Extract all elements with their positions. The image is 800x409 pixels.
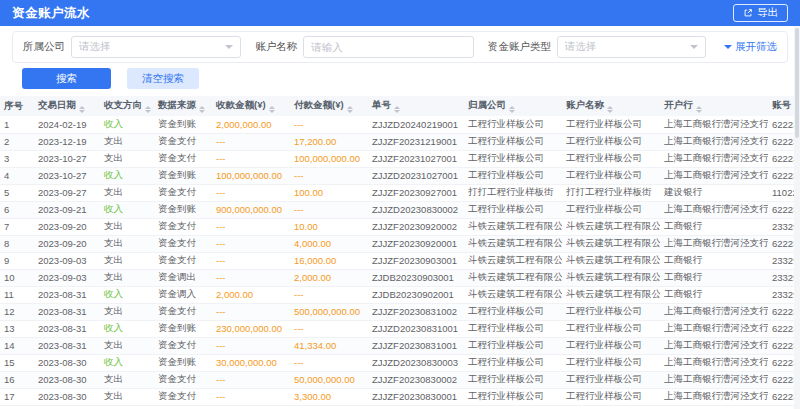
column-header-index: 序号 [0, 96, 34, 116]
table-row[interactable]: 132023-08-31收入资金到账230,000,000.00---ZJJZD… [0, 320, 800, 337]
cell-direction: 支出 [100, 133, 154, 150]
cell-order_no: ZJJZF20231219001 [368, 133, 464, 150]
page-title: 资金账户流水 [12, 5, 90, 22]
flow-table: 序号交易日期收支方向数据来源收款金额(¥)付款金额(¥)单号归属公司账户名称开户… [0, 96, 800, 406]
table-row[interactable]: 102023-09-03支出资金调出---2,000.00ZJDB2023090… [0, 269, 800, 286]
table-row[interactable]: 122023-08-31支出资金支付---500,000,000.00ZJJZF… [0, 303, 800, 320]
cell-receive: 230,000,000.00 [212, 320, 290, 337]
cell-receive: --- [212, 218, 290, 235]
company-select[interactable]: 请选择 [71, 36, 241, 58]
table-row[interactable]: 22023-12-19支出资金支付---17,200.00ZJJZF202312… [0, 133, 800, 150]
cell-receive: 30,000,000.00 [212, 354, 290, 371]
cell-company: 斗铁云建筑工程有限公司 [464, 252, 562, 269]
cell-index: 9 [0, 252, 34, 269]
cell-index: 2 [0, 133, 34, 150]
table-row[interactable]: 152023-08-30收入资金到账30,000,000.00---ZJJZD2… [0, 354, 800, 371]
export-icon [743, 8, 753, 18]
sort-icon[interactable] [269, 106, 275, 114]
table-row[interactable]: 12024-02-19收入资金到账2,000,000.00---ZJJZD202… [0, 116, 800, 133]
cell-account_name: 斗铁云建筑工程有限公司 [562, 235, 660, 252]
cell-order_no: ZJJZF20230927001 [368, 184, 464, 201]
cell-source: 资金支付 [154, 337, 212, 354]
table-row[interactable]: 42023-10-27收入资金到账100,000,000.00---ZJJZD2… [0, 167, 800, 184]
cell-direction: 收入 [100, 354, 154, 371]
cell-bank: 上海工商银行漕河泾支行 [660, 354, 768, 371]
sort-icon[interactable] [79, 106, 85, 114]
cell-index: 15 [0, 354, 34, 371]
cell-index: 4 [0, 167, 34, 184]
column-header-bank[interactable]: 开户行 [660, 96, 768, 116]
sort-icon[interactable] [347, 106, 353, 114]
cell-direction: 支出 [100, 184, 154, 201]
table-row[interactable]: 72023-09-20支出资金支付---10.00ZJJZF2023092000… [0, 218, 800, 235]
company-filter-label: 所属公司 [23, 40, 65, 54]
vertical-scrollbar[interactable] [794, 26, 800, 409]
cell-order_no: ZJJZF20230830001 [368, 388, 464, 405]
table-row[interactable]: 92023-09-03支出资金支付---16,000.00ZJJZF202309… [0, 252, 800, 269]
table-row[interactable]: 162023-08-30支出资金支付---50,000,000.00ZJJZF2… [0, 371, 800, 388]
column-header-date[interactable]: 交易日期 [34, 96, 100, 116]
cell-order_no: ZJJZF20230830002 [368, 371, 464, 388]
sort-icon[interactable] [509, 106, 515, 114]
account-name-input[interactable] [303, 36, 473, 58]
column-header-receive[interactable]: 收款金额(¥) [212, 96, 290, 116]
table-row[interactable]: 32023-10-27支出资金支付---100,000,000.00ZJJZF2… [0, 150, 800, 167]
company-select-placeholder: 请选择 [79, 40, 111, 54]
column-label: 归属公司 [468, 99, 506, 110]
cell-date: 2023-10-27 [34, 150, 100, 167]
expand-filter-label: 展开筛选 [735, 40, 777, 54]
expand-filter-link[interactable]: 展开筛选 [720, 40, 777, 54]
cell-pay: 41,334.00 [290, 337, 368, 354]
export-button[interactable]: 导出 [733, 4, 788, 22]
clear-search-button[interactable]: 清空搜索 [127, 68, 199, 89]
cell-source: 资金到账 [154, 167, 212, 184]
cell-bank: 上海工商银行漕河泾支行 [660, 116, 768, 133]
column-label: 序号 [4, 100, 23, 111]
cell-bank: 上海工商银行漕河泾支行 [660, 133, 768, 150]
cell-date: 2023-09-03 [34, 269, 100, 286]
cell-direction: 收入 [100, 201, 154, 218]
cell-direction: 支出 [100, 337, 154, 354]
column-header-company[interactable]: 归属公司 [464, 96, 562, 116]
cell-pay: --- [290, 201, 368, 218]
cell-account_name: 工程行业样板公司 [562, 371, 660, 388]
search-button[interactable]: 搜索 [22, 68, 111, 89]
cell-account_name: 工程行业样板公司 [562, 388, 660, 405]
column-header-account_name[interactable]: 账户名称 [562, 96, 660, 116]
cell-source: 资金支付 [154, 303, 212, 320]
cell-order_no: ZJJZD20231027001 [368, 167, 464, 184]
cell-direction: 支出 [100, 269, 154, 286]
account-type-select[interactable]: 请选择 [557, 36, 706, 58]
cell-account_name: 斗铁云建筑工程有限公司 [562, 269, 660, 286]
sort-icon[interactable] [394, 106, 400, 114]
sort-icon[interactable] [145, 106, 151, 114]
cell-pay: 500,000,000.00 [290, 303, 368, 320]
cell-source: 资金到账 [154, 354, 212, 371]
table-row[interactable]: 52023-09-27支出资金支付---100.00ZJJZF202309270… [0, 184, 800, 201]
table-row[interactable]: 142023-08-31支出资金支付---41,334.00ZJJZF20230… [0, 337, 800, 354]
cell-index: 14 [0, 337, 34, 354]
column-label: 开户行 [664, 99, 693, 110]
column-header-order_no[interactable]: 单号 [368, 96, 464, 116]
column-header-direction[interactable]: 收支方向 [100, 96, 154, 116]
table-row[interactable]: 82023-09-20支出资金支付---4,000.00ZJJZF2023092… [0, 235, 800, 252]
cell-source: 资金到账 [154, 116, 212, 133]
table-row[interactable]: 112023-08-31收入资金调入2,000.00---ZJDB2023090… [0, 286, 800, 303]
cell-bank: 上海工商银行漕河泾支行 [660, 371, 768, 388]
table-row[interactable]: 62023-09-21收入资金到账900,000,000.00---ZJJZD2… [0, 201, 800, 218]
cell-date: 2023-09-21 [34, 201, 100, 218]
scrollbar-thumb[interactable] [795, 28, 799, 138]
cell-account_name: 工程行业样板公司 [562, 167, 660, 184]
sort-icon[interactable] [696, 106, 702, 114]
cell-pay: 3,300.00 [290, 388, 368, 405]
sort-icon[interactable] [607, 106, 613, 114]
table-header-row: 序号交易日期收支方向数据来源收款金额(¥)付款金额(¥)单号归属公司账户名称开户… [0, 96, 800, 116]
sort-icon[interactable] [199, 106, 205, 114]
column-header-pay[interactable]: 付款金额(¥) [290, 96, 368, 116]
cell-order_no: ZJJZF20230903001 [368, 252, 464, 269]
table-row[interactable]: 172023-08-30支出资金支付---3,300.00ZJJZF202308… [0, 388, 800, 405]
cell-source: 资金支付 [154, 235, 212, 252]
cell-index: 13 [0, 320, 34, 337]
cell-source: 资金调入 [154, 286, 212, 303]
column-header-source[interactable]: 数据来源 [154, 96, 212, 116]
